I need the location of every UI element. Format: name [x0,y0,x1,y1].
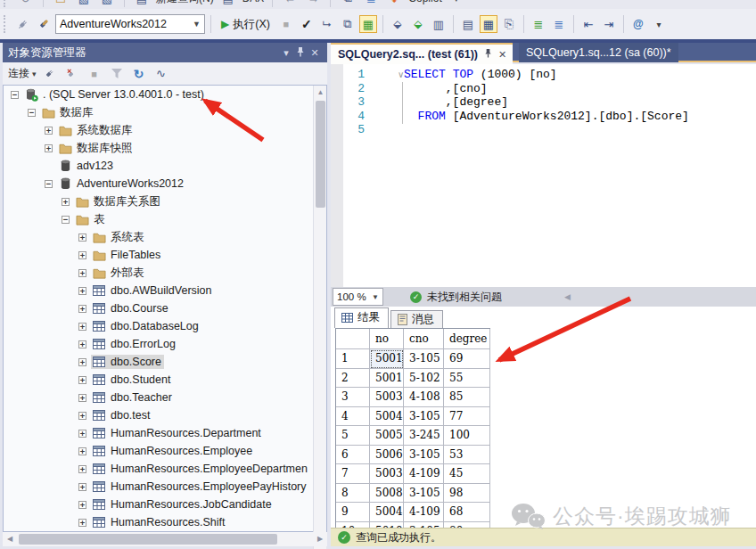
actual-plan-icon[interactable] [389,15,407,33]
zoom-selector[interactable]: 100 % ▼ [333,288,383,306]
expand-expander-icon[interactable]: + [78,269,86,277]
change-connection-icon[interactable] [35,15,53,33]
expand-expander-icon[interactable]: + [78,394,86,402]
parse-query-icon[interactable] [298,15,316,33]
cancel-query-icon[interactable] [277,15,295,33]
grid-cell[interactable]: 5006 [370,446,404,465]
tree-item[interactable]: +HumanResources.JobCandidate [4,496,326,513]
expand-expander-icon[interactable]: + [78,483,86,491]
tree-item[interactable]: adv123 [4,157,326,175]
copilot-button[interactable]: Copilot [408,0,441,4]
stop-icon[interactable] [86,65,103,83]
code-line[interactable]: 1SELECT TOP (1000) [no] [331,68,756,82]
scrollbar-thumb[interactable] [316,101,325,208]
dax-query-icon[interactable] [219,0,237,7]
grid-cell[interactable]: 5004 [370,503,404,522]
grid-cell[interactable]: 68 [444,503,490,522]
connect-object-explorer-icon[interactable] [41,65,59,83]
row-header[interactable]: 9 [336,503,370,522]
estimated-plan-icon[interactable] [318,15,336,33]
grid-cell[interactable]: 100 [444,426,490,446]
code-line[interactable]: 3 ,[degree] [331,95,756,110]
expand-expander-icon[interactable]: + [78,376,86,384]
activity-monitor-icon[interactable]: ∿ [152,65,170,83]
tree-item[interactable]: +HumanResources.Employee [4,442,326,460]
grid-cell[interactable]: 4-109 [404,464,444,484]
save-icon[interactable] [75,0,93,7]
row-header[interactable]: 2 [336,369,370,389]
pin-icon[interactable] [293,47,308,59]
tree-item[interactable]: +HumanResources.Department [4,424,326,442]
feedback-icon[interactable] [362,0,380,7]
collapse-expander-icon[interactable]: − [11,91,19,99]
collapse-expander-icon[interactable]: − [45,180,53,188]
column-header-degree[interactable]: degree [444,329,490,349]
execute-button[interactable]: 执行(X) [217,13,275,35]
undo-icon[interactable] [17,0,35,7]
code-lines[interactable]: 1SELECT TOP (1000) [no]2 ,[cno]3 ,[degre… [331,68,756,137]
pin-icon[interactable] [484,49,492,60]
code-line[interactable]: 2 ,[cno] [331,82,756,96]
tree-item[interactable]: +FileTables [4,246,326,264]
refresh-icon[interactable]: ↻ [130,65,148,83]
grid-cell[interactable]: 5003 [370,388,404,407]
collapse-expander-icon[interactable]: − [62,216,70,224]
query-options-icon[interactable] [339,15,357,33]
tab-sqlquery2[interactable]: SQLQuery2.sq... (test (61)) ✕ [331,43,513,64]
expand-expander-icon[interactable]: + [78,412,86,420]
expand-expander-icon[interactable]: + [78,519,86,527]
grid-cell[interactable]: 3-105 [404,484,444,504]
connect-button[interactable]: 连接 ▾ [8,66,37,81]
grid-corner-cell[interactable] [336,329,370,349]
expand-expander-icon[interactable]: + [78,323,86,331]
template-parameters-icon[interactable] [629,15,647,33]
row-header[interactable]: 7 [336,464,370,484]
grid-cell[interactable]: 45 [444,464,490,484]
results-to-file-icon[interactable] [500,15,518,33]
open-file-icon[interactable] [52,0,70,7]
tree-item[interactable]: −. (SQL Server 13.0.4001.0 - test) [4,86,326,103]
row-header[interactable]: 1 [336,349,370,369]
grid-cell[interactable]: 69 [444,349,490,369]
grid-cell[interactable]: 5005 [370,426,404,446]
tree-item[interactable]: +dbo.Teacher [4,389,326,406]
connect-editor-icon[interactable] [14,15,32,33]
grid-cell[interactable]: 5008 [370,484,404,504]
health-indicator[interactable]: ✓ 未找到相关问题 [410,290,502,305]
grid-cell[interactable]: 4-108 [404,388,444,407]
decrease-indent-icon[interactable] [579,15,597,33]
expand-expander-icon[interactable]: + [45,127,53,135]
expand-expander-icon[interactable]: + [45,144,53,152]
tab-results[interactable]: 结果 [334,307,389,328]
outline-collapse-icon[interactable]: ∨ [398,70,404,79]
grid-cell[interactable]: 5001 [370,369,404,389]
expand-expander-icon[interactable]: + [78,358,86,366]
navigate-back-icon[interactable] [281,0,299,7]
window-position-icon[interactable]: ▾ [279,47,293,59]
tree-item[interactable]: +dbo.AWBuildVersion [4,282,326,299]
close-icon[interactable]: ✕ [308,47,322,59]
save-all-icon[interactable] [98,0,116,7]
tree-item[interactable]: +dbo.DatabaseLog [4,317,326,335]
tree-item[interactable]: +外部表 [4,264,326,282]
tab-messages[interactable]: 消息 [390,310,443,328]
new-query-icon[interactable] [133,0,151,7]
grid-cell[interactable]: 4-109 [404,503,444,522]
scrollbar-thumb[interactable] [19,534,277,545]
tree-item[interactable]: +HumanResources.EmployeeDepartmen [4,460,326,478]
expand-expander-icon[interactable]: + [78,305,86,313]
filter-icon[interactable] [108,65,126,83]
window-icon[interactable] [339,0,357,7]
code-line[interactable]: 4 FROM [AdventureWorks2012].[dbo].[Score… [331,110,756,124]
tree-vertical-scrollbar[interactable]: ▲ ▼ [313,86,326,549]
row-header[interactable]: 5 [336,426,370,446]
column-header-cno[interactable]: cno [404,329,444,349]
row-header[interactable]: 6 [336,446,370,465]
tab-sqlquery1[interactable]: SQLQuery1.sq...12 (sa (60))* [519,43,678,62]
tree-item[interactable]: +dbo.Student [4,371,326,389]
expand-expander-icon[interactable]: + [78,340,86,348]
tree-item[interactable]: +HumanResources.EmployeePayHistory [4,478,326,496]
tree-item[interactable]: +系统数据库 [4,121,326,139]
tree-item[interactable]: +系统表 [4,228,326,246]
tree-item[interactable]: +数据库快照 [4,139,326,157]
